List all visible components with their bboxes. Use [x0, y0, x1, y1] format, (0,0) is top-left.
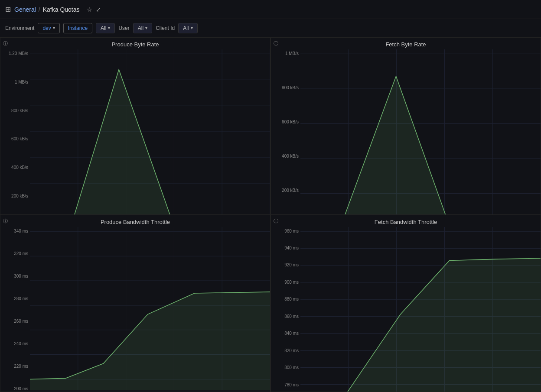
chart-svg-1 — [30, 49, 270, 215]
chart-body-1: 1.20 MB/s 1 MB/s 800 kB/s 600 kB/s 400 k… — [0, 49, 270, 215]
y-axis-3: 340 ms 320 ms 300 ms 280 ms 260 ms 240 m… — [0, 227, 30, 392]
svg-marker-51 — [300, 258, 541, 392]
chart-produce-bandwidth: ⓘ Produce Bandwidth Throttle 340 ms 320 … — [0, 215, 270, 392]
chart-area-1: 11:39:00 11:40:00 11:41:00 11:42:00 11:4… — [30, 49, 270, 215]
environment-label: Environment — [5, 25, 34, 31]
clientid-button[interactable]: All ▾ — [178, 23, 197, 33]
chart-fetch-byte-rate: ⓘ Fetch Byte Rate 1 MB/s 800 kB/s 600 kB… — [270, 37, 541, 215]
breadcrumb-current: Kafka Quotas — [43, 6, 80, 13]
instance-all-button[interactable]: All ▾ — [96, 23, 115, 33]
chart-body-2: 1 MB/s 800 kB/s 600 kB/s 400 kB/s 200 kB… — [271, 49, 541, 215]
chart-produce-byte-rate: ⓘ Produce Byte Rate 1.20 MB/s 1 MB/s 800… — [0, 37, 270, 215]
user-label: User — [118, 25, 129, 31]
share-icon[interactable]: ⤢ — [96, 6, 101, 13]
breadcrumb-sep: / — [39, 6, 40, 13]
instance-label: Instance — [68, 25, 88, 31]
info-icon-4[interactable]: ⓘ — [274, 218, 278, 224]
chart-svg-3 — [30, 227, 270, 392]
chart-svg-2 — [300, 49, 541, 215]
clientid-label: Client Id — [156, 25, 175, 31]
chart-area-4: 11:39:00 11:40:00 11:41:00 11:42:00 11:4… — [300, 227, 541, 392]
breadcrumb: General / Kafka Quotas — [14, 6, 80, 13]
chart-body-4: 960 ms 940 ms 920 ms 900 ms 880 ms 860 m… — [271, 227, 541, 392]
info-icon-3[interactable]: ⓘ — [3, 218, 8, 224]
chart-fetch-bandwidth: ⓘ Fetch Bandwidth Throttle 960 ms 940 ms… — [270, 215, 541, 392]
header-actions: ☆ ⤢ — [87, 6, 101, 13]
chart-svg-4 — [300, 227, 541, 392]
y-axis-2: 1 MB/s 800 kB/s 600 kB/s 400 kB/s 200 kB… — [271, 49, 300, 215]
y-axis-4: 960 ms 940 ms 920 ms 900 ms 880 ms 860 m… — [271, 227, 300, 392]
chart-area-2: 11:39:00 11:40:00 11:41:00 11:42:00 11:4… — [300, 49, 541, 215]
env-button[interactable]: dev ▾ — [38, 23, 59, 33]
user-button[interactable]: All ▾ — [133, 23, 152, 33]
chart-title-1: Produce Byte Rate — [0, 38, 270, 49]
chart-title-3: Produce Bandwidth Throttle — [0, 215, 270, 227]
breadcrumb-home[interactable]: General — [14, 6, 36, 13]
y-axis-1: 1.20 MB/s 1 MB/s 800 kB/s 600 kB/s 400 k… — [0, 49, 30, 215]
chart-body-3: 340 ms 320 ms 300 ms 280 ms 260 ms 240 m… — [0, 227, 270, 392]
chart-area-3: 11:39:00 11:40:00 11:41:00 11:42:00 11:4… — [30, 227, 270, 392]
info-icon-1[interactable]: ⓘ — [3, 40, 8, 47]
header: ⊞ General / Kafka Quotas ☆ ⤢ — [0, 0, 541, 19]
apps-icon[interactable]: ⊞ — [5, 5, 11, 13]
svg-marker-12 — [30, 69, 270, 214]
info-icon-2[interactable]: ⓘ — [274, 40, 278, 47]
star-icon[interactable]: ☆ — [87, 6, 92, 13]
chart-title-4: Fetch Bandwidth Throttle — [271, 215, 541, 227]
instance-button[interactable]: Instance — [63, 23, 92, 33]
charts-grid: ⓘ Produce Byte Rate 1.20 MB/s 1 MB/s 800… — [0, 37, 541, 392]
svg-marker-35 — [30, 292, 270, 390]
chart-title-2: Fetch Byte Rate — [271, 38, 541, 49]
toolbar: Environment dev ▾ Instance All ▾ User Al… — [0, 19, 541, 37]
